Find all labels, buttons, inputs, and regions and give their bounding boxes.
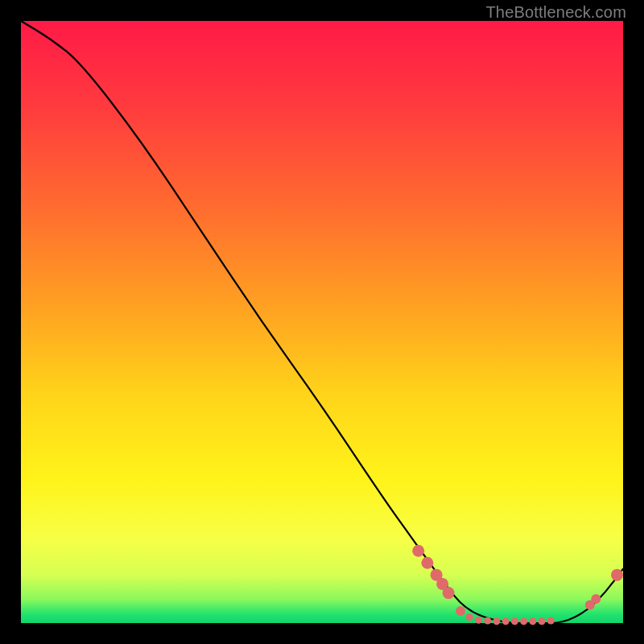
data-point — [493, 617, 500, 625]
data-point — [539, 617, 546, 625]
curve-layer — [21, 21, 623, 623]
data-point — [412, 545, 424, 557]
data-point — [502, 617, 510, 625]
marker-group — [412, 545, 623, 625]
data-point — [466, 613, 473, 621]
data-point — [547, 617, 555, 625]
data-point — [520, 617, 527, 625]
data-point — [421, 557, 433, 569]
data-point — [511, 617, 518, 625]
watermark-label: TheBottleneck.com — [485, 3, 626, 22]
data-point — [475, 617, 482, 624]
data-point — [591, 594, 601, 604]
chart-frame: TheBottleneck.com — [0, 0, 644, 644]
data-point — [443, 587, 455, 599]
bottleneck-curve — [21, 21, 623, 623]
data-point — [529, 617, 536, 625]
plot-area — [21, 21, 623, 623]
data-point — [611, 569, 623, 581]
data-point — [456, 606, 465, 616]
data-point — [484, 617, 491, 625]
